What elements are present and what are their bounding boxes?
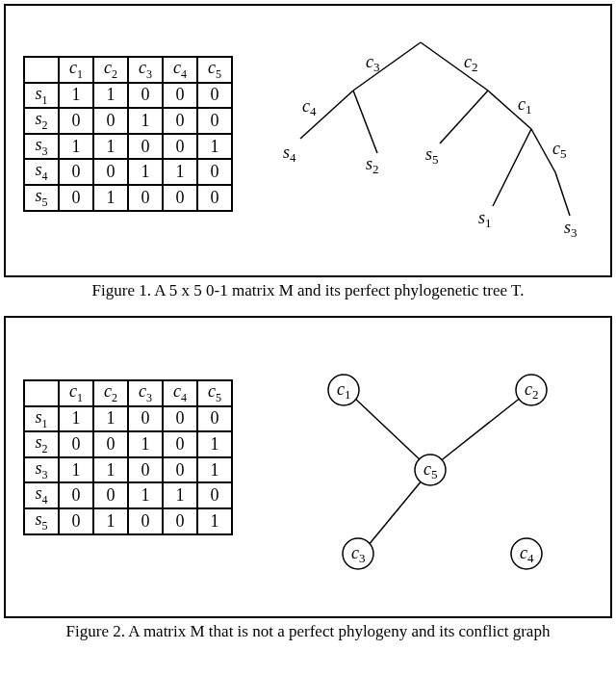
col-header: c5: [197, 57, 232, 83]
svg-line-4: [440, 91, 488, 143]
cell: 0: [197, 482, 232, 508]
col-header: c1: [59, 57, 93, 83]
cell: 0: [128, 134, 163, 160]
col-header: c4: [163, 57, 197, 83]
cell: 1: [128, 431, 163, 457]
figure-1-inner: c1 c2 c3 c4 c5 s1 1 1 0 0 0 s2 0 0 1 0 0: [6, 6, 610, 281]
cell: 0: [197, 83, 232, 109]
cell: 0: [59, 185, 93, 211]
cell: 1: [93, 508, 128, 534]
cell: 0: [128, 185, 163, 211]
corner-cell: [24, 57, 59, 83]
cell: 1: [93, 134, 128, 160]
cell: 0: [163, 108, 197, 134]
cell: 0: [163, 185, 197, 211]
cell: 0: [93, 431, 128, 457]
table-row: s3 1 1 0 0 1: [24, 457, 232, 483]
col-header: c4: [163, 380, 197, 406]
cell: 0: [197, 108, 232, 134]
conflict-graph: c1 c2 c5 c3 c4: [262, 356, 593, 578]
cell: 1: [59, 406, 93, 432]
svg-line-3: [353, 91, 377, 153]
cell: 0: [59, 108, 93, 134]
row-header: s2: [24, 108, 59, 134]
row-header: s4: [24, 159, 59, 185]
cell: 0: [59, 159, 93, 185]
cell: 0: [197, 406, 232, 432]
figure-2-inner: c1 c2 c3 c4 c5 s1 1 1 0 0 0 s2 0 0 1 0 1: [6, 318, 610, 616]
cell: 0: [59, 431, 93, 457]
col-header: c5: [197, 380, 232, 406]
cell: 0: [163, 431, 197, 457]
cell: 1: [93, 185, 128, 211]
col-header: c2: [93, 380, 128, 406]
row-header: s2: [24, 431, 59, 457]
svg-text:s4: s4: [283, 143, 296, 165]
col-header: c3: [128, 380, 163, 406]
header-row: c1 c2 c3 c4 c5: [24, 380, 232, 406]
svg-line-0: [353, 42, 421, 91]
table-row: s4 0 0 1 1 0: [24, 482, 232, 508]
table-row: s5 0 1 0 0 0: [24, 185, 232, 211]
svg-text:s1: s1: [478, 208, 492, 230]
figure-1-caption: Figure 1. A 5 x 5 0-1 matrix M and its p…: [4, 281, 612, 300]
table-row: s5 0 1 0 0 1: [24, 508, 232, 534]
svg-text:s5: s5: [425, 144, 439, 167]
figure-2-caption: Figure 2. A matrix M that is not a perfe…: [4, 622, 612, 641]
row-header: s5: [24, 508, 59, 534]
cell: 1: [197, 134, 232, 160]
cell: 0: [163, 134, 197, 160]
cell: 0: [163, 508, 197, 534]
table-row: s2 0 0 1 0 1: [24, 431, 232, 457]
svg-line-1: [421, 42, 488, 91]
cell: 0: [163, 457, 197, 483]
cell: 1: [59, 83, 93, 109]
table-row: s1 1 1 0 0 0: [24, 83, 232, 109]
cell: 1: [93, 83, 128, 109]
table-row: s3 1 1 0 0 1: [24, 134, 232, 160]
cell: 1: [197, 431, 232, 457]
cell: 0: [128, 406, 163, 432]
row-header: s3: [24, 457, 59, 483]
svg-text:c1: c1: [518, 94, 532, 117]
cell: 0: [197, 159, 232, 185]
row-header: s5: [24, 185, 59, 211]
svg-text:c3: c3: [366, 52, 380, 74]
svg-text:c4: c4: [302, 96, 317, 118]
cell: 0: [93, 482, 128, 508]
cell: 1: [59, 134, 93, 160]
cell: 1: [197, 457, 232, 483]
table-row: s2 0 0 1 0 0: [24, 108, 232, 134]
cell: 1: [128, 482, 163, 508]
svg-text:c2: c2: [464, 52, 478, 74]
svg-line-8: [555, 172, 570, 216]
figure-2-frame: c1 c2 c3 c4 c5 s1 1 1 0 0 0 s2 0 0 1 0 1: [4, 316, 612, 618]
cell: 1: [163, 159, 197, 185]
row-header: s1: [24, 406, 59, 432]
cell: 1: [163, 482, 197, 508]
svg-text:s2: s2: [366, 154, 379, 176]
matrix-1: c1 c2 c3 c4 c5 s1 1 1 0 0 0 s2 0 0 1 0 0: [23, 56, 233, 212]
cell: 0: [93, 108, 128, 134]
header-row: c1 c2 c3 c4 c5: [24, 57, 232, 83]
table-row: s4 0 0 1 1 0: [24, 159, 232, 185]
svg-line-19: [353, 397, 423, 462]
cell: 0: [93, 159, 128, 185]
row-header: s1: [24, 83, 59, 109]
cell: 1: [93, 406, 128, 432]
cell: 1: [93, 457, 128, 483]
cell: 0: [59, 482, 93, 508]
col-header: c3: [128, 57, 163, 83]
svg-text:c5: c5: [552, 139, 567, 161]
svg-line-6: [493, 129, 531, 206]
col-header: c2: [93, 57, 128, 83]
cell: 1: [197, 508, 232, 534]
svg-text:s3: s3: [564, 218, 578, 240]
cell: 0: [163, 83, 197, 109]
cell: 0: [128, 508, 163, 534]
cell: 0: [197, 185, 232, 211]
figure-1-frame: c1 c2 c3 c4 c5 s1 1 1 0 0 0 s2 0 0 1 0 0: [4, 4, 612, 277]
cell: 0: [59, 508, 93, 534]
cell: 0: [163, 406, 197, 432]
cell: 0: [128, 83, 163, 109]
